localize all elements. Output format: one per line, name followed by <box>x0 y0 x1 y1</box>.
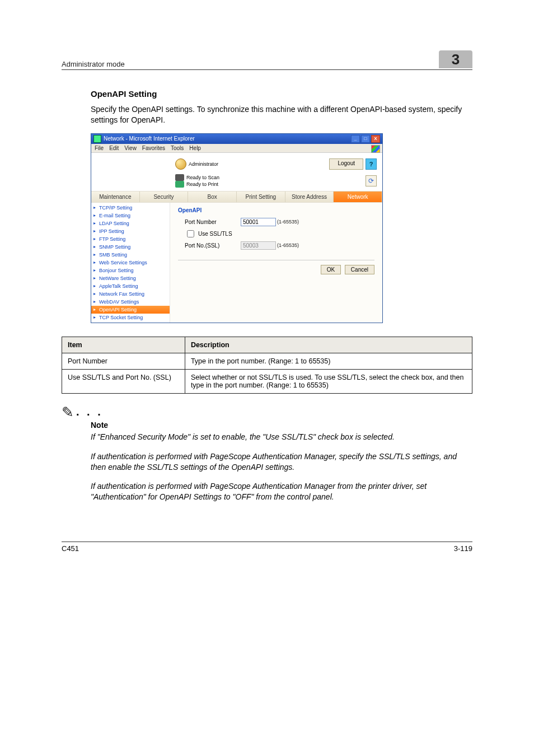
use-ssl-checkbox[interactable] <box>187 230 194 237</box>
ie-icon <box>93 135 101 143</box>
use-ssl-label: Use SSL/TLS <box>198 231 232 237</box>
sidebar-item-openapi[interactable]: OpenAPI Setting <box>91 306 170 314</box>
close-button[interactable]: X <box>371 135 380 143</box>
refresh-button[interactable]: ⟳ <box>366 175 377 186</box>
table-cell: Type in the port number. (Range: 1 to 65… <box>185 353 472 369</box>
sidebar-item-smb[interactable]: SMB Setting <box>91 251 170 259</box>
note-label: Note <box>91 421 472 430</box>
sidebar-item-ldap[interactable]: LDAP Setting <box>91 220 170 227</box>
note-dots: . . . <box>76 405 103 418</box>
sidebar-item-networkfax[interactable]: Network Fax Setting <box>91 290 170 298</box>
footer-model: C451 <box>62 544 79 553</box>
ssl-port-range: (1-65535) <box>277 242 299 248</box>
side-nav: TCP/IP Setting E-mail Setting LDAP Setti… <box>91 203 170 323</box>
chapter-number: 3 <box>439 50 472 68</box>
tab-box[interactable]: Box <box>188 192 237 202</box>
menu-tools[interactable]: Tools <box>171 145 184 151</box>
ssl-port-label: Port No.(SSL) <box>185 242 241 249</box>
description-table: Item Description Port Number Type in the… <box>62 337 472 394</box>
scan-status: Ready to Scan <box>186 175 219 180</box>
tab-network[interactable]: Network <box>334 192 382 202</box>
admin-label: Administrator <box>189 161 218 167</box>
note-icon: ✎ <box>62 405 74 419</box>
tab-print-setting[interactable]: Print Setting <box>237 192 285 202</box>
menu-edit[interactable]: Edit <box>109 145 119 151</box>
table-row: Use SSL/TLS and Port No. (SSL) Select wh… <box>62 369 472 393</box>
ssl-port-input <box>241 241 276 250</box>
sidebar-item-tcpip[interactable]: TCP/IP Setting <box>91 204 170 212</box>
sidebar-item-ipp[interactable]: IPP Setting <box>91 227 170 235</box>
breadcrumb: Administrator mode <box>62 60 125 68</box>
menu-view[interactable]: View <box>124 145 137 151</box>
sidebar-item-netware[interactable]: NetWare Setting <box>91 274 170 282</box>
tab-strip: Maintenance Security Box Print Setting S… <box>91 191 382 203</box>
sidebar-item-webdav[interactable]: WebDAV Settings <box>91 298 170 306</box>
main-panel: OpenAPI Port Number (1-65535) Use SSL/TL… <box>170 203 382 323</box>
cancel-button[interactable]: Cancel <box>345 265 374 274</box>
sidebar-item-snmp[interactable]: SNMP Setting <box>91 243 170 251</box>
sidebar-item-tcpsocket[interactable]: TCP Socket Setting <box>91 314 170 321</box>
section-body: Specify the OpenAPI settings. To synchro… <box>91 104 472 125</box>
browser-menubar: File Edit View Favorites Tools Help <box>91 144 382 153</box>
footer-page: 3-119 <box>454 544 472 553</box>
ok-button[interactable]: OK <box>321 265 341 274</box>
maximize-button[interactable]: □ <box>361 135 370 143</box>
window-title: Network - Microsoft Internet Explorer <box>104 136 195 142</box>
table-cell: Select whether or not SSL/TLS is used. T… <box>185 369 472 393</box>
admin-icon <box>175 158 186 170</box>
table-cell: Use SSL/TLS and Port No. (SSL) <box>62 369 185 393</box>
tab-security[interactable]: Security <box>140 192 189 202</box>
section-title: OpenAPI Setting <box>91 89 472 99</box>
menu-file[interactable]: File <box>95 145 104 151</box>
printer-icon <box>175 181 184 188</box>
table-cell: Port Number <box>62 353 185 369</box>
print-status: Ready to Print <box>186 181 218 187</box>
window-titlebar: Network - Microsoft Internet Explorer _ … <box>91 134 382 144</box>
scanner-icon <box>175 174 184 181</box>
logout-button[interactable]: Logout <box>329 158 363 170</box>
table-row: Port Number Type in the port number. (Ra… <box>62 353 472 369</box>
note-paragraph: If authentication is performed with Page… <box>91 451 472 473</box>
browser-window: Network - Microsoft Internet Explorer _ … <box>91 133 383 323</box>
note-paragraph: If "Enhanced Security Mode" is set to en… <box>91 432 472 442</box>
sidebar-item-email[interactable]: E-mail Setting <box>91 212 170 220</box>
port-range: (1-65535) <box>277 219 299 225</box>
sidebar-item-webservice[interactable]: Web Service Settings <box>91 259 170 267</box>
windows-flag-icon <box>371 145 380 153</box>
sidebar-item-appletalk[interactable]: AppleTalk Setting <box>91 282 170 290</box>
sidebar-item-ftp[interactable]: FTP Setting <box>91 235 170 243</box>
port-number-input[interactable] <box>241 218 276 226</box>
tab-store-address[interactable]: Store Address <box>285 192 334 202</box>
sidebar-item-bonjour[interactable]: Bonjour Setting <box>91 267 170 274</box>
table-header-description: Description <box>185 337 472 353</box>
table-header-item: Item <box>62 337 185 353</box>
panel-title: OpenAPI <box>178 207 374 213</box>
port-number-label: Port Number <box>185 219 241 225</box>
tab-maintenance[interactable]: Maintenance <box>91 192 140 202</box>
menu-help[interactable]: Help <box>189 145 201 151</box>
minimize-button[interactable]: _ <box>351 135 360 143</box>
help-button[interactable]: ? <box>366 158 377 170</box>
menu-favorites[interactable]: Favorites <box>142 145 165 151</box>
note-paragraph: If authentication is performed with Page… <box>91 481 472 502</box>
